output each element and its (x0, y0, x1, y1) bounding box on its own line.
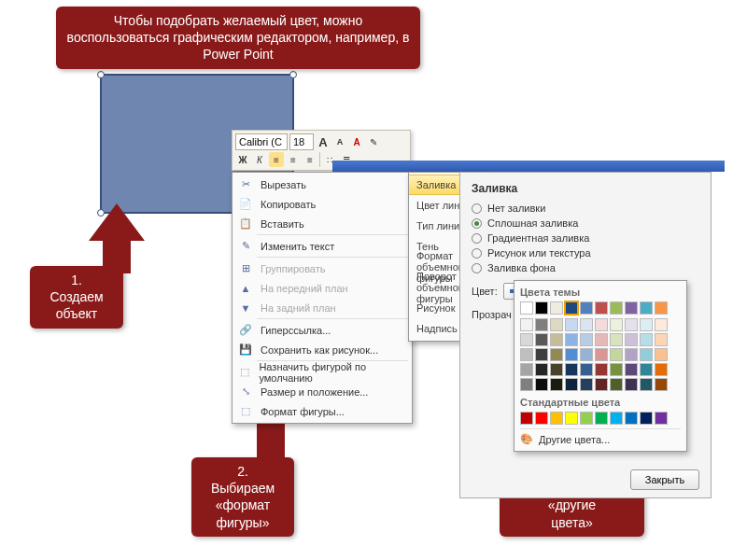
color-swatch[interactable] (610, 348, 623, 361)
grow-font-button[interactable]: A (316, 134, 331, 149)
color-swatch[interactable] (520, 348, 533, 361)
color-swatch[interactable] (655, 363, 668, 376)
color-swatch[interactable] (565, 333, 578, 346)
color-swatch[interactable] (610, 301, 623, 315)
color-swatch[interactable] (610, 318, 623, 331)
color-swatch[interactable] (520, 363, 533, 376)
color-swatch[interactable] (610, 378, 623, 391)
shrink-font-button[interactable]: A (332, 134, 347, 149)
color-swatch[interactable] (595, 378, 608, 391)
bold-button[interactable]: Ж (235, 152, 250, 167)
color-swatch[interactable] (550, 348, 563, 361)
color-swatch[interactable] (565, 348, 578, 361)
context-menu-item[interactable]: 📋Вставить (233, 214, 412, 233)
color-swatch[interactable] (655, 378, 668, 391)
fill-radio-option[interactable]: Заливка фона (472, 262, 699, 273)
align-right-button[interactable]: ≡ (303, 152, 317, 167)
color-swatch[interactable] (625, 363, 638, 376)
color-swatch[interactable] (625, 318, 638, 331)
color-swatch[interactable] (535, 333, 548, 346)
color-swatch[interactable] (580, 378, 593, 391)
align-left-button[interactable]: ≡ (269, 152, 284, 167)
color-swatch[interactable] (580, 333, 593, 346)
color-swatch[interactable] (640, 301, 653, 315)
color-swatch[interactable] (535, 318, 548, 331)
context-menu-item: ⊞Группировать (233, 259, 412, 278)
context-menu-item[interactable]: ⤡Размер и положение... (233, 382, 412, 401)
context-menu-item[interactable]: ⬚Назначить фигурой по умолчанию (233, 362, 412, 382)
font-name-input[interactable] (235, 133, 288, 150)
color-swatch[interactable] (595, 301, 608, 315)
color-swatch[interactable] (550, 301, 563, 315)
color-swatch[interactable] (595, 348, 608, 361)
color-swatch[interactable] (640, 333, 653, 346)
more-colors-item[interactable]: 🎨 Другие цвета... (520, 433, 681, 445)
color-swatch[interactable] (580, 412, 593, 425)
color-swatch[interactable] (625, 301, 638, 315)
color-swatch[interactable] (640, 348, 653, 361)
color-swatch[interactable] (565, 412, 578, 425)
color-swatch[interactable] (580, 348, 593, 361)
color-swatch[interactable] (565, 378, 578, 391)
color-swatch[interactable] (520, 318, 533, 331)
color-swatch[interactable] (625, 378, 638, 391)
resize-handle[interactable] (97, 71, 105, 78)
color-swatch[interactable] (610, 363, 623, 376)
resize-handle[interactable] (289, 71, 297, 78)
close-button[interactable]: Закрыть (630, 469, 699, 490)
color-swatch[interactable] (625, 348, 638, 361)
color-swatch[interactable] (565, 363, 578, 376)
color-swatch[interactable] (625, 333, 638, 346)
color-swatch[interactable] (595, 412, 608, 425)
fill-radio-option[interactable]: Рисунок или текстура (472, 247, 699, 259)
font-color-button[interactable]: A (349, 134, 364, 149)
color-swatch[interactable] (640, 412, 653, 425)
color-swatch[interactable] (625, 412, 638, 425)
color-swatch[interactable] (550, 318, 563, 331)
color-swatch[interactable] (550, 378, 563, 391)
context-menu-item[interactable]: ⬚Формат фигуры... (233, 401, 412, 421)
color-swatch[interactable] (595, 333, 608, 346)
color-swatch[interactable] (550, 363, 563, 376)
color-swatch[interactable] (580, 301, 593, 315)
color-swatch[interactable] (535, 301, 548, 315)
color-swatch[interactable] (550, 333, 563, 346)
color-swatch[interactable] (520, 378, 533, 391)
context-menu-item[interactable]: ✎Изменить текст (233, 236, 412, 256)
paint-button[interactable]: ✎ (366, 134, 381, 149)
color-swatch[interactable] (610, 412, 623, 425)
color-swatch[interactable] (520, 412, 533, 425)
color-swatch[interactable] (640, 318, 653, 331)
color-swatch[interactable] (535, 412, 548, 425)
color-swatch[interactable] (520, 333, 533, 346)
color-swatch[interactable] (640, 378, 653, 391)
color-swatch[interactable] (610, 333, 623, 346)
color-swatch[interactable] (565, 318, 578, 331)
color-swatch[interactable] (550, 412, 563, 425)
color-swatch[interactable] (535, 363, 548, 376)
color-swatch[interactable] (595, 363, 608, 376)
color-swatch[interactable] (655, 301, 668, 315)
color-swatch[interactable] (655, 412, 668, 425)
italic-button[interactable]: К (252, 152, 267, 167)
color-swatch[interactable] (655, 348, 668, 361)
color-swatch[interactable] (580, 363, 593, 376)
align-center-button[interactable]: ≡ (286, 152, 301, 167)
color-swatch[interactable] (520, 301, 533, 315)
context-menu-item[interactable]: ✂Вырезать (233, 175, 412, 194)
fill-radio-option[interactable]: Сплошная заливка (472, 217, 699, 229)
color-swatch[interactable] (595, 318, 608, 331)
color-swatch[interactable] (655, 333, 668, 346)
font-size-input[interactable] (289, 133, 314, 150)
color-swatch[interactable] (655, 318, 668, 331)
color-swatch[interactable] (640, 363, 653, 376)
fill-radio-option[interactable]: Градиентная заливка (472, 232, 699, 244)
color-swatch[interactable] (580, 318, 593, 331)
color-swatch[interactable] (565, 301, 578, 315)
color-swatch[interactable] (535, 348, 548, 361)
context-menu-item[interactable]: 🔗Гиперссылка... (233, 320, 412, 340)
fill-radio-option[interactable]: Нет заливки (472, 203, 699, 214)
color-swatch[interactable] (535, 378, 548, 391)
context-menu-item[interactable]: 💾Сохранить как рисунок... (233, 340, 412, 359)
context-menu-item[interactable]: 📄Копировать (233, 194, 412, 214)
